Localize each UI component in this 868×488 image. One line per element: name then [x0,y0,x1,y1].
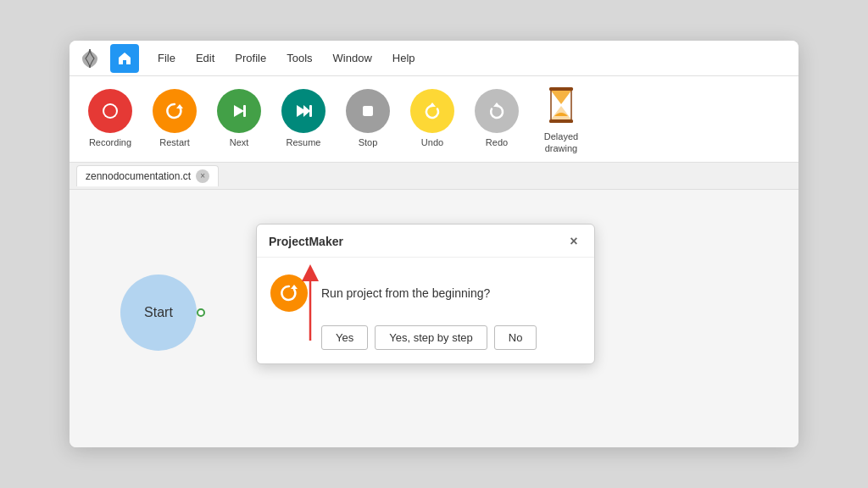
redo-label: Redo [486,136,508,148]
dialog-actions: Yes Yes, step by step No [257,325,594,363]
delayed-drawing-button[interactable]: Delayeddrawing [534,83,588,155]
content-area: zennodocumentation.ct × Start [70,163,798,447]
next-button[interactable]: Next [212,89,266,148]
menu-help[interactable]: Help [384,47,424,69]
toolbar: Recording Restart Next [70,76,798,163]
svg-point-1 [104,105,116,117]
dialog-titlebar: ProjectMaker × [257,225,594,258]
node-connector [197,308,205,317]
recording-label: Recording [89,136,131,148]
redo-icon [475,89,519,133]
svg-marker-16 [291,285,298,289]
svg-marker-3 [234,105,244,117]
redo-button[interactable]: Redo [470,89,524,148]
delayed-drawing-label: Delayeddrawing [544,130,578,155]
dialog-body: Run project from the beginning? [257,258,594,325]
resume-button[interactable]: Resume [276,89,331,148]
home-button[interactable] [110,44,139,73]
menu-file[interactable]: File [149,47,184,69]
dialog: ProjectMaker × Run project from the begi… [256,224,595,364]
restart-icon [153,89,197,133]
next-label: Next [230,136,249,148]
resume-icon [281,89,326,133]
dialog-message: Run project from the beginning? [321,286,581,300]
tab-item[interactable]: zennodocumentation.ct × [76,165,219,186]
menubar: File Edit Profile Tools Window Help [70,41,798,76]
stop-button[interactable]: Stop [341,89,395,148]
svg-rect-8 [363,106,373,116]
recording-button[interactable]: Recording [83,89,137,148]
tab-label: zennodocumentation.ct [86,170,191,182]
tab-close-button[interactable]: × [196,169,209,183]
dialog-no-button[interactable]: No [494,325,537,350]
stop-label: Stop [359,136,378,148]
svg-rect-4 [243,105,246,117]
svg-marker-9 [429,103,436,107]
undo-icon [410,89,454,133]
svg-marker-6 [303,105,310,117]
svg-marker-10 [493,103,500,107]
dialog-yes-button[interactable]: Yes [321,325,368,350]
delayed-drawing-icon [539,83,583,127]
next-icon [217,89,261,133]
resume-label: Resume [287,136,321,148]
menu-window[interactable]: Window [325,47,381,69]
undo-button[interactable]: Undo [405,89,459,148]
svg-rect-12 [549,119,573,123]
undo-label: Undo [421,136,443,148]
svg-rect-11 [549,87,573,91]
dialog-title: ProjectMaker [269,235,343,248]
svg-marker-2 [176,104,183,108]
restart-label: Restart [159,136,189,148]
logo-icon [76,45,103,72]
dialog-close-button[interactable]: × [565,233,582,250]
tab-bar: zennodocumentation.ct × [70,163,798,190]
svg-rect-7 [309,105,312,117]
menu-profile[interactable]: Profile [226,47,275,69]
start-node: Start [120,274,197,351]
recording-icon [88,89,132,133]
menu-tools[interactable]: Tools [278,47,320,69]
menu-edit[interactable]: Edit [187,47,223,69]
dialog-restart-icon [270,274,308,312]
stop-icon [346,89,390,133]
restart-button[interactable]: Restart [147,89,202,148]
dialog-yes-step-button[interactable]: Yes, step by step [375,325,487,350]
app-window: File Edit Profile Tools Window Help Reco… [70,41,798,447]
